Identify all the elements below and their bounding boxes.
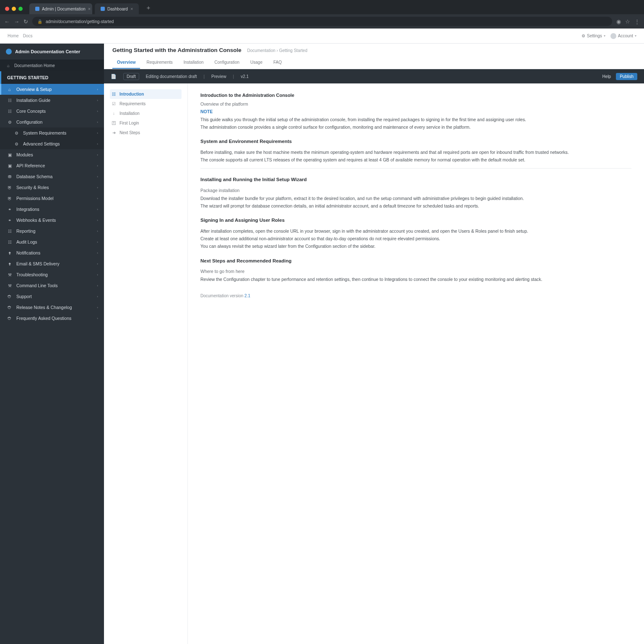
settings-label: Settings [587,34,602,38]
sidebar-item-5[interactable]: ⚙Advanced Settings› [0,138,104,149]
main-tab-requirements[interactable]: Requirements [142,57,177,69]
sidebar-item-6[interactable]: ▣Modules› [0,149,104,160]
sidebar-item-label: Permissions Model [16,196,54,201]
sidebar-item-14[interactable]: ☷Audit Logs› [0,236,104,247]
page-title: Getting Started with the Administration … [112,47,242,53]
sidebar-item-8[interactable]: ⛃Database Schema› [0,171,104,182]
browser-tab-1[interactable]: Admin | Documentation × [29,3,92,14]
home-icon: ⌂ [6,63,11,68]
sidebar-brand[interactable]: Admin Documentation Center [0,44,104,60]
publish-button[interactable]: Publish [616,73,637,80]
address-bar[interactable]: 🔒 admin/documentation/getting-started [32,17,612,26]
article-paragraph: The console supports all current LTS rel… [200,156,631,163]
maximize-window-icon[interactable] [18,7,23,11]
sidebar-item-label: Advanced Settings [23,141,60,146]
help-link[interactable]: Help [602,74,611,79]
toolbar-status: Editing documentation draft [146,74,197,79]
sidebar-item-0[interactable]: ⌂Overview & Setup› [0,84,104,95]
close-tab-icon[interactable]: × [88,6,91,11]
minimize-window-icon[interactable] [12,7,16,11]
main-tab-usage[interactable]: Usage [246,57,267,69]
toc-item-4[interactable]: ➜Next Steps [110,128,182,138]
page-breadcrumb: Documentation › Getting Started [247,48,307,53]
document-icon: 📄 [111,74,117,79]
article-heading: Installing and Running the Initial Setup… [200,176,631,184]
menu-icon[interactable]: ⋮ [634,18,640,25]
article-heading: Next Steps and Recommended Reading [200,257,631,265]
sidebar-item-label: Database Schema [16,174,52,179]
link-icon: ⚭ [7,207,12,212]
main-tab-configuration[interactable]: Configuration [210,57,244,69]
main-tab-faq[interactable]: FAQ [269,57,286,69]
toc-item-2[interactable]: ↓Installation [110,109,182,118]
extensions-icon[interactable]: ◉ [616,18,621,25]
sidebar: Admin Documentation Center ⌂ Documentati… [0,44,104,644]
sidebar-home[interactable]: ⌂ Documentation Home [0,60,104,71]
app-topbar: Home Docs ⚙ Settings ▾ Account ▾ [0,29,644,44]
sidebar-item-2[interactable]: ☷Core Concepts› [0,106,104,117]
account-menu[interactable]: Account ▾ [610,33,636,39]
sidebar-item-label: Command Line Tools [16,283,57,288]
sidebar-item-12[interactable]: ⚭Webhooks & Events› [0,215,104,226]
forward-icon[interactable]: → [14,18,19,25]
new-tab-button[interactable]: ＋ [141,2,156,14]
bookmark-icon[interactable]: ☆ [625,18,630,25]
favicon-icon [101,7,105,11]
sidebar-item-13[interactable]: ☷Reporting› [0,226,104,236]
editor-toolbar: 📄 Draft Editing documentation draft | Pr… [104,69,644,83]
back-icon[interactable]: ← [4,18,10,25]
life-icon: ⛑ [7,305,12,310]
toolbar-mode-preview[interactable]: Preview [211,74,226,79]
db-icon: ⛃ [7,174,12,179]
footer-label: Documentation version [200,293,243,298]
chevron-down-icon: ▾ [604,34,605,38]
doc-icon: ☷ [7,109,12,114]
report-icon: ☷ [7,229,12,234]
toc-item-0[interactable]: ☷Introduction [110,89,182,99]
chevron-right-icon: › [97,164,98,168]
settings-menu[interactable]: ⚙ Settings ▾ [582,34,605,38]
reload-icon[interactable]: ↻ [23,18,28,25]
sidebar-item-3[interactable]: ⚙Configuration› [0,117,104,127]
toc-item-label: Requirements [119,101,145,106]
book-icon: ☷ [7,98,12,103]
sidebar-item-18[interactable]: ⚒Command Line Tools› [0,280,104,291]
main-tab-installation[interactable]: Installation [179,57,208,69]
sidebar-item-7[interactable]: ▣API Reference› [0,160,104,171]
breadcrumb-home[interactable]: Home [8,34,19,38]
browser-tab-strip: Admin | Documentation × Dashboard × ＋ [0,0,644,14]
brand-icon [6,49,12,55]
toc-item-label: First Login [119,121,139,125]
sidebar-item-9[interactable]: ⛨Security & Roles› [0,182,104,193]
toc-item-label: Introduction [119,92,144,96]
gear-icon: ⚙ [14,130,19,135]
sidebar-item-16[interactable]: ⧭Email & SMS Delivery› [0,258,104,269]
sidebar-home-label: Documentation Home [14,63,55,68]
chevron-right-icon: › [97,229,98,233]
sidebar-item-21[interactable]: ⛑Frequently Asked Questions› [0,313,104,324]
close-tab-icon[interactable]: × [130,6,133,11]
toolbar-mode-draft[interactable]: Draft [123,73,139,80]
breadcrumb-docs[interactable]: Docs [23,34,33,38]
sidebar-item-11[interactable]: ⚭Integrations› [0,204,104,215]
sidebar-item-17[interactable]: ⚒Troubleshooting› [0,269,104,280]
sidebar-item-4[interactable]: ⚙System Requirements› [0,127,104,138]
sidebar-item-label: Email & SMS Delivery [16,261,60,266]
main-tab-overview[interactable]: Overview [112,57,140,69]
gear-icon: ⚙ [582,34,585,38]
sidebar-item-label: System Requirements [23,130,66,135]
sidebar-item-label: Webhooks & Events [16,218,56,223]
sidebar-item-20[interactable]: ⛑Release Notes & Changelog› [0,302,104,313]
toc-item-3[interactable]: ⚿First Login [110,118,182,128]
article-lead: Introduction to the Administration Conso… [200,92,631,99]
sidebar-item-15[interactable]: ⧭Notifications› [0,247,104,258]
sidebar-item-10[interactable]: ⛨Permissions Model› [0,193,104,204]
sidebar-item-19[interactable]: ⛑Support› [0,291,104,302]
sidebar-item-1[interactable]: ☷Installation Guide› [0,95,104,106]
chevron-right-icon: › [97,306,98,309]
toc-item-1[interactable]: ☑Requirements [110,99,182,109]
article-paragraph: You can always revisit the setup wizard … [200,243,631,249]
browser-tab-2[interactable]: Dashboard × [95,3,139,14]
module-icon: ▣ [7,163,12,168]
close-window-icon[interactable] [5,7,9,11]
